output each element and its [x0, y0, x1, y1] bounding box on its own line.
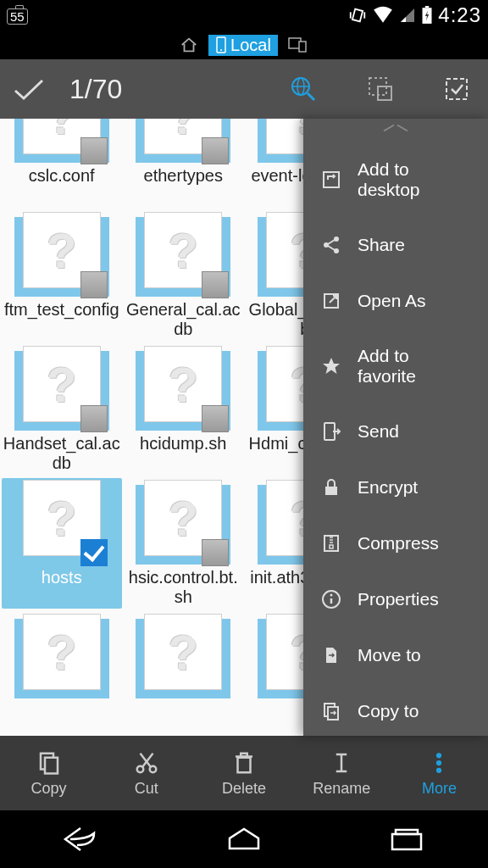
- cut-icon: [133, 749, 160, 776]
- menu-label: Add to desktop: [358, 159, 471, 200]
- toolbar-label: Copy: [31, 780, 67, 798]
- svg-rect-50: [392, 834, 421, 849]
- open-icon: [320, 290, 342, 312]
- toolbar-label: Delete: [222, 780, 266, 798]
- svg-rect-16: [324, 172, 339, 187]
- star-icon: [320, 355, 342, 377]
- svg-point-48: [436, 760, 441, 765]
- confirm-check-icon[interactable]: [12, 75, 46, 103]
- file-tile[interactable]: ?ethertypes: [124, 119, 244, 207]
- location-label: Local: [230, 36, 271, 55]
- recents-button[interactable]: [369, 822, 445, 856]
- menu-open-as[interactable]: Open As: [303, 273, 488, 329]
- share-icon: [320, 234, 342, 256]
- svg-rect-4: [425, 6, 429, 8]
- menu-properties[interactable]: Properties: [303, 571, 488, 627]
- svg-rect-41: [238, 757, 251, 772]
- file-tile[interactable]: ?cslc.conf: [2, 119, 122, 207]
- location-chip[interactable]: Local: [208, 35, 278, 56]
- file-tile[interactable]: ?ftm_test_config: [2, 210, 122, 341]
- menu-label: Open As: [358, 291, 426, 311]
- menu-label: Encrypt: [358, 477, 418, 498]
- navigation-bar: [0, 810, 488, 868]
- desktop-icon: [320, 169, 342, 191]
- menu-compress[interactable]: Compress: [303, 515, 488, 571]
- menu-label: Properties: [358, 589, 439, 609]
- file-name: ftm_test_config: [3, 300, 120, 341]
- devices-icon[interactable]: [288, 36, 308, 53]
- info-icon: [320, 588, 342, 610]
- file-tile[interactable]: ?: [124, 612, 244, 698]
- svg-line-21: [328, 246, 335, 250]
- rename-icon: [328, 749, 355, 776]
- more-icon: [425, 749, 452, 776]
- menu-encrypt[interactable]: Encrypt: [303, 459, 488, 515]
- file-tile[interactable]: ?General_cal.acdb: [124, 210, 244, 341]
- select-mode-icon[interactable]: [368, 76, 393, 102]
- svg-point-49: [436, 767, 441, 772]
- menu-label: Add to favorite: [358, 346, 471, 387]
- context-menu: Add to desktop Share Open As Add to favo…: [303, 119, 488, 736]
- toolbar-label: Cut: [135, 780, 158, 798]
- move-icon: [320, 644, 342, 666]
- search-web-icon[interactable]: [290, 75, 317, 103]
- select-all-icon[interactable]: [444, 76, 469, 102]
- location-bar: Local: [0, 31, 488, 59]
- file-name: Handset_cal.acdb: [3, 434, 120, 475]
- file-name: General_cal.acdb: [125, 300, 241, 341]
- signal-icon: [399, 7, 416, 24]
- toolbar-more[interactable]: More: [391, 736, 488, 810]
- copy-icon: [320, 700, 342, 722]
- toolbar-cut[interactable]: Cut: [97, 736, 195, 810]
- menu-add-favorite[interactable]: Add to favorite: [303, 329, 488, 403]
- vibrate-icon: [348, 6, 367, 25]
- toolbar-label: Rename: [313, 780, 370, 798]
- selection-bar: 1/70: [0, 59, 488, 119]
- svg-rect-51: [396, 830, 418, 834]
- lock-icon: [320, 476, 342, 498]
- svg-rect-43: [241, 753, 247, 756]
- svg-rect-14: [378, 86, 391, 100]
- check-icon: [80, 539, 108, 566]
- file-tile[interactable]: ?hsic.control.bt.sh: [124, 478, 244, 609]
- chevron-up-icon[interactable]: [383, 124, 408, 132]
- bottom-toolbar: Copy Cut Delete Rename More: [0, 736, 488, 810]
- svg-rect-15: [446, 79, 467, 99]
- file-name: hcidump.sh: [125, 434, 241, 475]
- trash-icon: [230, 749, 258, 776]
- menu-add-to-desktop[interactable]: Add to desktop: [303, 142, 488, 217]
- menu-label: Copy to: [358, 701, 419, 721]
- svg-point-47: [436, 753, 441, 758]
- copy-icon: [36, 749, 63, 776]
- svg-line-12: [308, 93, 314, 100]
- home-icon[interactable]: [180, 36, 198, 53]
- battery-charging-icon: [421, 6, 433, 25]
- selection-count: 1/70: [69, 74, 266, 105]
- svg-rect-36: [45, 757, 58, 773]
- menu-label: Compress: [358, 533, 439, 554]
- toolbar-rename[interactable]: Rename: [293, 736, 391, 810]
- battery-badge: 55: [7, 8, 28, 25]
- svg-point-6: [220, 49, 222, 51]
- clock: 4:23: [438, 3, 481, 27]
- svg-rect-0: [352, 9, 363, 22]
- file-name: cslc.conf: [3, 166, 120, 207]
- zip-icon: [320, 532, 342, 554]
- menu-share[interactable]: Share: [303, 217, 488, 273]
- back-button[interactable]: [43, 822, 119, 856]
- toolbar-copy[interactable]: Copy: [0, 736, 97, 810]
- wifi-icon: [372, 6, 394, 25]
- toolbar-delete[interactable]: Delete: [195, 736, 292, 810]
- status-bar: 55 4:23: [0, 0, 488, 31]
- menu-send[interactable]: Send: [303, 403, 488, 459]
- file-name: hsic.control.bt.sh: [125, 568, 241, 609]
- menu-move-to[interactable]: Move to: [303, 627, 488, 683]
- file-name: ethertypes: [125, 166, 241, 207]
- file-tile[interactable]: ?Handset_cal.acdb: [2, 344, 122, 475]
- file-tile[interactable]: ?hcidump.sh: [124, 344, 244, 475]
- home-button[interactable]: [206, 822, 282, 856]
- file-tile[interactable]: ?: [2, 612, 122, 698]
- menu-copy-to[interactable]: Copy to: [303, 683, 488, 739]
- file-tile-selected[interactable]: ?hosts: [2, 478, 122, 609]
- file-name: hosts: [3, 568, 120, 609]
